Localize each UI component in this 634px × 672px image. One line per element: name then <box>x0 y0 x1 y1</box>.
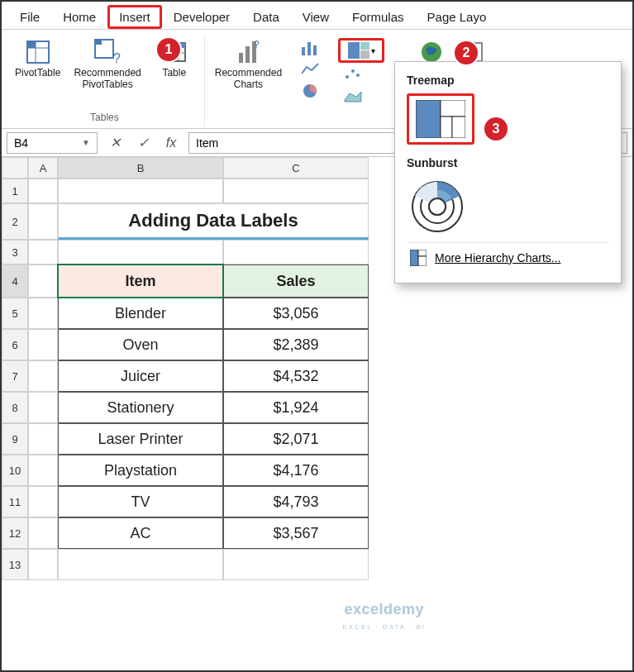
row-1: 1 <box>2 179 632 203</box>
header-sales-cell[interactable]: Sales <box>223 265 369 298</box>
title-cell[interactable]: Adding Data Labels <box>58 203 369 240</box>
rowhead-2[interactable]: 2 <box>2 203 28 240</box>
column-chart-button[interactable] <box>295 38 325 58</box>
pie-chart-button[interactable] <box>295 81 325 101</box>
rowhead-3[interactable]: 3 <box>2 240 28 265</box>
callout-3: 3 <box>484 117 508 141</box>
col-C[interactable]: C <box>223 157 369 179</box>
name-box[interactable]: B4 ▼ <box>7 132 98 154</box>
table-cell[interactable]: Stationery <box>58 392 223 423</box>
table-cell[interactable]: $2,389 <box>223 329 369 360</box>
svg-rect-16 <box>302 47 305 55</box>
select-all-corner[interactable] <box>2 157 28 179</box>
svg-rect-31 <box>441 100 465 117</box>
hierarchy-chart-button[interactable]: ▾ <box>338 38 384 63</box>
scatter-chart-button[interactable] <box>338 64 368 84</box>
ribbon-tabs: File Home Insert Developer Data View For… <box>2 2 632 30</box>
svg-rect-33 <box>452 117 465 138</box>
watermark: exceldemy EXCEL · DATA · BI <box>342 601 426 631</box>
svg-rect-32 <box>441 117 452 138</box>
svg-text:?: ? <box>254 39 260 50</box>
table-cell[interactable]: AC <box>58 517 223 549</box>
table-cell[interactable]: TV <box>58 486 223 517</box>
tab-file[interactable]: File <box>8 5 51 29</box>
line-chart-button[interactable] <box>295 60 325 79</box>
cancel-formula-button[interactable]: ✕ <box>104 132 126 154</box>
tab-developer[interactable]: Developer <box>162 5 241 29</box>
name-box-value: B4 <box>14 136 28 150</box>
tab-insert[interactable]: Insert <box>107 5 162 29</box>
surface-chart-icon <box>343 88 363 103</box>
recommended-pivottables-label: Recommended PivotTables <box>74 68 141 91</box>
col-B[interactable]: B <box>58 157 223 179</box>
header-item-cell[interactable]: Item <box>58 265 223 298</box>
treemap-chart-option[interactable] <box>407 93 474 145</box>
svg-point-25 <box>356 74 360 77</box>
svg-rect-30 <box>416 100 441 138</box>
tab-page-layout[interactable]: Page Layo <box>416 5 498 29</box>
treemap-section-label: Treemap <box>407 74 609 87</box>
svg-rect-13 <box>245 46 250 63</box>
callout-1: 1 <box>157 38 180 61</box>
table-cell[interactable]: $3,567 <box>223 517 369 549</box>
table-cell[interactable]: $1,924 <box>223 392 369 423</box>
table-cell[interactable]: Blender <box>58 298 223 329</box>
dropdown-caret-icon: ▾ <box>371 46 375 55</box>
tab-data[interactable]: Data <box>241 5 291 29</box>
table-cell[interactable]: Oven <box>58 329 223 360</box>
watermark-tagline: EXCEL · DATA · BI <box>342 623 426 631</box>
svg-text:?: ? <box>113 51 121 65</box>
table-cell[interactable]: Laser Printer <box>58 423 223 455</box>
row-4: 4 Item Sales <box>2 265 632 298</box>
watermark-name: exceldemy <box>344 601 424 618</box>
line-chart-icon <box>300 62 320 77</box>
scatter-chart-icon <box>343 67 363 82</box>
fx-button[interactable]: fx <box>160 132 182 154</box>
svg-rect-22 <box>360 50 369 59</box>
column-headers: A B C <box>2 157 632 179</box>
enter-formula-button[interactable]: ✓ <box>132 132 154 154</box>
surface-chart-button[interactable] <box>338 86 368 106</box>
pivottable-icon <box>24 38 52 66</box>
chevron-down-icon: ▼ <box>82 138 90 147</box>
chart-mini-col-2: ▾ <box>333 35 389 126</box>
table-cell[interactable]: $2,071 <box>223 423 369 455</box>
svg-rect-18 <box>313 45 317 55</box>
treemap-icon <box>416 100 465 138</box>
table-cell[interactable]: $4,793 <box>223 486 369 517</box>
chart-mini-col-1 <box>290 35 330 126</box>
svg-rect-20 <box>348 42 360 59</box>
col-A[interactable]: A <box>28 157 58 179</box>
pivottable-button[interactable]: PivotTable <box>10 35 65 110</box>
svg-rect-21 <box>360 42 369 50</box>
tab-formulas[interactable]: Formulas <box>341 5 416 29</box>
table-cell[interactable]: $4,176 <box>223 455 369 486</box>
row-2: 2 Adding Data Labels <box>2 203 632 240</box>
svg-rect-12 <box>239 53 243 63</box>
pivottable-label: PivotTable <box>15 68 60 79</box>
tab-home[interactable]: Home <box>51 5 107 29</box>
rowhead-1[interactable]: 1 <box>2 179 28 203</box>
svg-rect-5 <box>95 40 102 45</box>
table-label: Table <box>162 68 186 79</box>
recommended-charts-label: Recommended Charts <box>215 68 282 91</box>
table-cell[interactable]: $4,532 <box>223 360 369 392</box>
rowhead-4[interactable]: 4 <box>2 265 28 298</box>
recommended-pivottables-button[interactable]: ? Recommended PivotTables <box>69 35 145 110</box>
svg-rect-17 <box>307 42 311 55</box>
recommended-pivottables-icon: ? <box>93 38 122 66</box>
table-cell[interactable]: Juicer <box>58 360 223 392</box>
svg-rect-1 <box>27 41 36 48</box>
formula-value: Item <box>196 136 218 150</box>
table-cell[interactable]: Playstation <box>58 455 223 486</box>
callout-2: 2 <box>455 41 478 64</box>
worksheet-grid[interactable]: A B C 1 2 Adding Data Labels 3 4 Item Sa… <box>2 157 632 580</box>
group-tables-label: Tables <box>90 110 119 126</box>
svg-point-24 <box>351 69 355 73</box>
table-cell[interactable]: $3,056 <box>223 298 369 329</box>
treemap-mini-icon <box>348 42 369 59</box>
tab-view[interactable]: View <box>291 5 341 29</box>
row-3: 3 <box>2 240 632 265</box>
pie-chart-icon <box>302 83 318 99</box>
recommended-charts-button[interactable]: ? Recommended Charts <box>210 35 287 126</box>
